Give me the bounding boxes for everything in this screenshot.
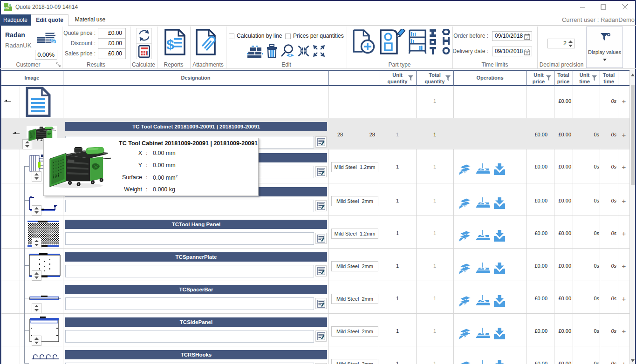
svg-text:%: % <box>50 37 56 44</box>
svg-text:$: $ <box>166 37 174 52</box>
svg-text:7: 7 <box>526 36 528 40</box>
svg-text:7: 7 <box>526 52 528 55</box>
